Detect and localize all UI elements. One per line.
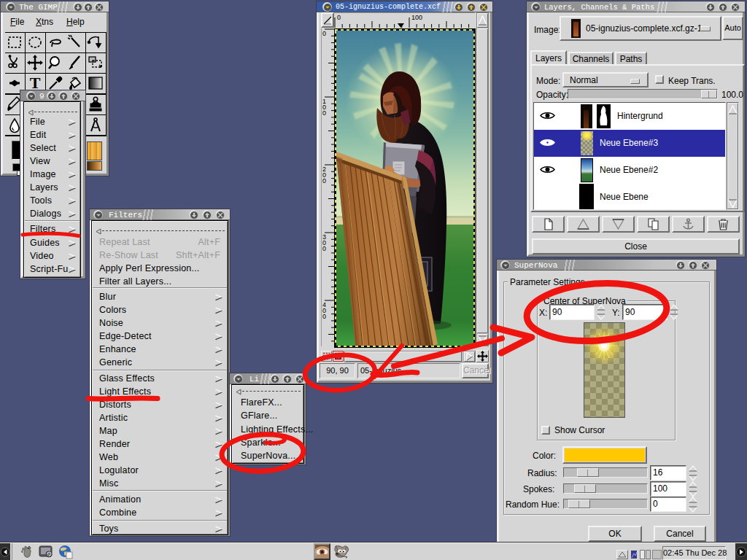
svg-text:100: 100 [411,14,422,21]
svg-text:0: 0 [337,14,341,21]
svg-text:T: T [30,74,41,92]
